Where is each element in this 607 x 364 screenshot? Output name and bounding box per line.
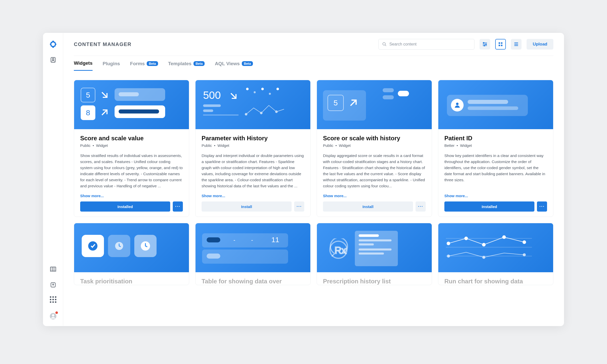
card-title: Parameter with History <box>202 135 304 142</box>
export-icon[interactable] <box>49 281 57 289</box>
tab-plugins[interactable]: Plugins <box>103 60 120 71</box>
card-more-button[interactable]: ··· <box>416 201 426 212</box>
card-title: Patient ID <box>444 135 547 142</box>
card-hero: 5 <box>317 80 432 129</box>
svg-point-14 <box>260 112 262 114</box>
svg-point-15 <box>275 111 277 113</box>
svg-point-4 <box>52 314 54 316</box>
widget-card: 5 Score or scale with history Public • W… <box>317 80 432 217</box>
card-hero: - - 11 <box>196 223 310 272</box>
svg-point-31 <box>483 256 485 259</box>
svg-rect-11 <box>499 45 500 46</box>
card-meta: Better • Widget <box>444 143 547 148</box>
card-description: Show stratified results of individual va… <box>80 153 183 189</box>
svg-text:Rx: Rx <box>335 245 346 256</box>
card-hero: Rx <box>317 223 432 272</box>
sidebar-user-icon[interactable] <box>49 56 57 64</box>
svg-point-13 <box>245 113 247 115</box>
installed-button[interactable]: Installed <box>444 201 534 212</box>
card-more-button[interactable]: ··· <box>173 201 183 212</box>
tab-forms[interactable]: FormsBeta <box>130 60 158 71</box>
page-title: CONTENT MANAGER <box>74 41 132 47</box>
header: CONTENT MANAGER Upload <box>63 33 564 56</box>
card-meta: Public • Widget <box>323 143 426 148</box>
install-button[interactable]: Install <box>323 201 413 212</box>
tab-widgets[interactable]: Widgets <box>74 60 93 71</box>
docs-icon[interactable] <box>49 265 57 274</box>
card-hero <box>74 223 189 272</box>
beta-badge: Beta <box>147 61 158 66</box>
account-icon[interactable] <box>49 312 57 321</box>
main-area: CONTENT MANAGER Upload Widgets Plugins F… <box>63 33 564 326</box>
upload-button[interactable]: Upload <box>527 39 553 50</box>
svg-point-6 <box>483 42 484 43</box>
svg-point-5 <box>383 42 386 45</box>
notification-dot <box>55 311 58 314</box>
show-more-link[interactable]: Show more... <box>444 194 547 198</box>
card-title: Table for showing data over <box>202 278 304 285</box>
beta-badge: Beta <box>193 61 205 66</box>
card-more-button[interactable]: ··· <box>537 201 547 212</box>
content-scroll[interactable]: 5 8 Score and scale value Public • <box>63 71 564 326</box>
svg-point-28 <box>503 236 506 239</box>
tab-templates[interactable]: TemplatesBeta <box>168 60 205 71</box>
card-hero <box>438 223 553 272</box>
card-title: Score or scale with history <box>323 135 426 142</box>
svg-point-25 <box>447 242 450 245</box>
card-hero: 5 8 <box>74 80 189 129</box>
card-title: Run chart for showing data <box>444 278 547 285</box>
widget-card: - - 11 Table for showing data over <box>195 223 311 285</box>
installed-button[interactable]: Installed <box>80 201 170 212</box>
widget-card: Task prioritisation <box>74 223 189 285</box>
grid-view-button[interactable] <box>495 39 506 50</box>
search-field[interactable] <box>389 42 471 47</box>
app-logo <box>49 40 57 49</box>
search-icon <box>382 42 387 47</box>
svg-point-16 <box>456 103 459 105</box>
apps-icon[interactable] <box>49 296 57 305</box>
widget-card: Rx Prescription history list <box>317 223 432 285</box>
card-hero <box>438 80 553 129</box>
svg-point-1 <box>52 58 54 60</box>
show-more-link[interactable]: Show more... <box>80 194 183 198</box>
svg-point-29 <box>523 241 526 244</box>
card-description: Show key patient identifiers in a clear … <box>444 153 547 189</box>
card-description: Display aggregated score or scale result… <box>323 153 426 189</box>
list-view-button[interactable] <box>511 39 522 50</box>
card-grid: 5 8 Score and scale value Public • <box>74 80 553 285</box>
card-title: Score and scale value <box>80 135 183 142</box>
svg-point-26 <box>465 237 468 240</box>
svg-point-32 <box>523 254 526 256</box>
card-meta: Public • Widget <box>202 143 304 148</box>
show-more-link[interactable]: Show more... <box>323 194 426 198</box>
search-input[interactable] <box>378 39 474 50</box>
svg-rect-9 <box>499 42 500 44</box>
install-button[interactable]: Install <box>202 201 292 212</box>
show-more-link[interactable]: Show more... <box>202 194 304 198</box>
view-filter-button[interactable] <box>480 39 490 50</box>
card-hero: 500 <box>196 80 310 129</box>
tab-aql-views[interactable]: AQL ViewsBeta <box>215 60 253 71</box>
app-window: CONTENT MANAGER Upload Widgets Plugins F… <box>43 33 564 326</box>
card-meta: Public • Widget <box>80 143 183 148</box>
beta-badge: Beta <box>242 61 253 66</box>
svg-point-8 <box>484 45 485 46</box>
card-title: Prescription history list <box>323 278 426 285</box>
card-more-button[interactable]: ··· <box>294 201 304 212</box>
svg-point-7 <box>486 44 487 45</box>
widget-card: Run chart for showing data <box>438 223 553 285</box>
svg-point-27 <box>482 243 485 246</box>
widget-card: 500 <box>195 80 311 217</box>
card-description: Display and interpret individual or doub… <box>202 153 304 189</box>
svg-point-30 <box>447 255 450 257</box>
widget-card: Patient ID Better • Widget Show key pati… <box>438 80 553 217</box>
card-title: Task prioritisation <box>80 278 183 285</box>
sidebar <box>43 33 63 326</box>
svg-rect-12 <box>501 45 503 46</box>
widget-card: 5 8 Score and scale value Public • <box>74 80 189 217</box>
svg-rect-10 <box>501 42 503 44</box>
tabs: Widgets Plugins FormsBeta TemplatesBeta … <box>63 56 564 71</box>
